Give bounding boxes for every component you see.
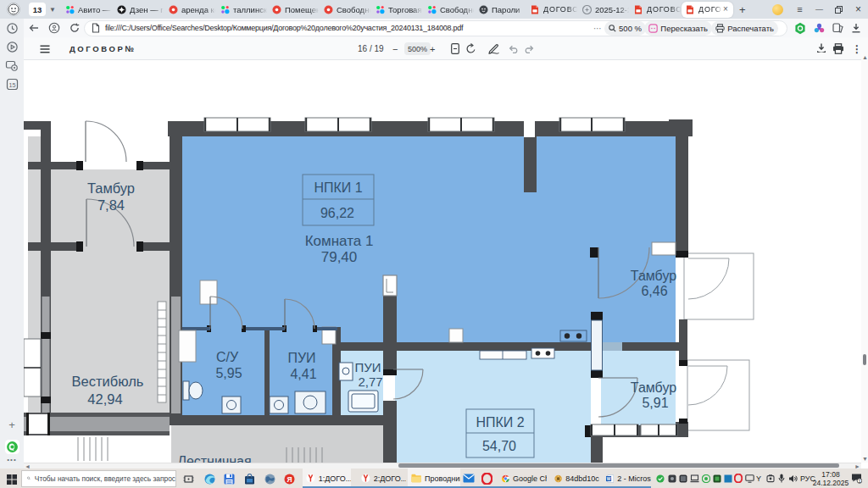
horizontal-scrollbar-thumb[interactable] bbox=[398, 463, 839, 468]
pdf-sidebar-toggle[interactable] bbox=[40, 37, 50, 60]
yandex-browser-icon[interactable]: Я bbox=[284, 474, 295, 485]
browser-tab-6[interactable]: Торговая п bbox=[371, 0, 423, 19]
tab-favicon-dzen-icon bbox=[117, 5, 126, 14]
reload-button[interactable] bbox=[68, 23, 81, 33]
tray-icon-display[interactable] bbox=[745, 474, 754, 483]
scroll-down-arrow[interactable]: ▼ bbox=[862, 456, 868, 462]
pdf-draw-button[interactable] bbox=[488, 37, 499, 60]
tray-icon-green1[interactable] bbox=[656, 474, 665, 483]
vertical-scrollbar[interactable] bbox=[861, 53, 868, 463]
video-player-icon[interactable] bbox=[0, 38, 24, 55]
browser-tab-0[interactable]: Авито — О bbox=[61, 0, 113, 19]
screenshot-tool-icon[interactable] bbox=[0, 57, 24, 74]
browser-tab-4[interactable]: Помещени bbox=[268, 0, 320, 19]
print-button[interactable]: Распечатать bbox=[711, 21, 778, 36]
pdf-zoom-value[interactable]: 500% bbox=[404, 42, 431, 55]
taskbar-search-box[interactable]: Чтобы начать поиск, введите здесь запрос bbox=[21, 470, 176, 487]
vertical-scrollbar-thumb[interactable] bbox=[863, 354, 866, 365]
svg-text:15: 15 bbox=[8, 80, 15, 88]
window-restore-button[interactable] bbox=[829, 0, 849, 19]
browser-tab-10[interactable]: 2025-12-24 bbox=[578, 0, 630, 19]
sidebar-more-button[interactable]: ••• bbox=[0, 456, 24, 463]
browser-tab-1[interactable]: Дзен — гла bbox=[113, 0, 164, 19]
yandex-y-icon bbox=[306, 474, 315, 483]
browser-tab-9[interactable]: ДОГОВО bbox=[526, 0, 578, 19]
tab-title: ДОГОВО bbox=[543, 5, 578, 14]
magnifier-icon bbox=[609, 25, 616, 32]
pdf-page-indicator[interactable]: 16 / 19 bbox=[358, 37, 384, 60]
profile-avatar[interactable] bbox=[7, 3, 20, 16]
tab-favicon-pdf-icon bbox=[531, 5, 540, 14]
tray-icon-dark2[interactable] bbox=[679, 474, 687, 483]
tab-favicon-pdf-icon bbox=[686, 5, 695, 14]
pdf-print-button[interactable] bbox=[832, 37, 844, 60]
chevron-down-icon[interactable]: ▼ bbox=[47, 3, 58, 16]
tray-icon-microphone[interactable] bbox=[778, 474, 785, 483]
opera-icon[interactable] bbox=[481, 473, 492, 485]
pdf-download-button[interactable] bbox=[816, 37, 826, 60]
browser-tab-3[interactable]: таллински bbox=[216, 0, 268, 19]
pdf-undo-button[interactable] bbox=[509, 37, 519, 60]
tray-icon-blue-square[interactable] bbox=[724, 474, 732, 483]
browser-tab-active[interactable]: ДОГО× bbox=[682, 2, 733, 18]
room-label-tambur3-area: 5,91 bbox=[642, 396, 668, 410]
sidebar-add-panel-button[interactable]: + bbox=[0, 419, 24, 431]
back-button[interactable] bbox=[27, 24, 41, 32]
pdf-fit-page-button[interactable] bbox=[451, 37, 459, 60]
url-overflow-dots[interactable]: ⋯ bbox=[593, 24, 602, 33]
history-icon[interactable] bbox=[0, 19, 24, 36]
start-button[interactable] bbox=[7, 474, 17, 485]
room-label-tambur1-area: 7,84 bbox=[97, 197, 125, 213]
notification-center-icon[interactable]: 1 bbox=[851, 473, 862, 484]
task-view-button[interactable] bbox=[183, 474, 194, 484]
protect-shield-icon[interactable] bbox=[794, 22, 806, 35]
plus-points-icon[interactable] bbox=[772, 4, 783, 15]
tray-icon-opera[interactable] bbox=[734, 474, 743, 483]
retell-button[interactable]: Пересказать bbox=[644, 21, 712, 36]
scroll-up-arrow[interactable]: ▲ bbox=[862, 54, 868, 60]
tray-date[interactable]: 24.12.2025 bbox=[812, 479, 849, 487]
gpt-sparkle-icon bbox=[648, 24, 658, 33]
tray-icon-darkgreen[interactable] bbox=[713, 474, 721, 483]
mail-icon[interactable] bbox=[463, 474, 475, 483]
tab-favicon-red-dot-icon bbox=[272, 5, 281, 14]
pdf-redo-button[interactable] bbox=[524, 37, 534, 60]
calendar-icon[interactable]: 15 bbox=[0, 75, 24, 92]
tray-icon-y[interactable]: Y bbox=[756, 474, 761, 483]
browser-tab-2[interactable]: аренда ко bbox=[164, 0, 216, 19]
window-close-button[interactable]: × bbox=[849, 0, 868, 19]
tab-close-icon[interactable]: × bbox=[723, 5, 728, 14]
pdf-zoom-in-button[interactable]: + bbox=[430, 37, 435, 60]
pdf-document-title: ДОГОВОР№ bbox=[70, 44, 136, 53]
tray-icon-dark1[interactable] bbox=[668, 474, 676, 483]
profile-id-button[interactable] bbox=[47, 22, 61, 34]
tray-time[interactable]: 17:08 bbox=[815, 470, 846, 479]
pdf-rotate-button[interactable] bbox=[465, 37, 476, 60]
extension-flower-icon[interactable] bbox=[814, 23, 825, 34]
browser-tab-5[interactable]: Свободно bbox=[320, 0, 371, 19]
pdf-zoom-out-button[interactable]: − bbox=[392, 37, 398, 60]
store-bag-icon[interactable] bbox=[244, 474, 255, 485]
tab-count-badge[interactable]: 13 bbox=[29, 3, 46, 16]
browser-tab-7[interactable]: Свободно bbox=[423, 0, 475, 19]
browser-menu-button[interactable]: ≡ bbox=[790, 0, 810, 19]
browser-tab-11[interactable]: ДОГОВО bbox=[630, 0, 682, 19]
edge-icon[interactable] bbox=[204, 474, 215, 485]
page-zoom-pill[interactable]: 500 % bbox=[604, 21, 646, 36]
browser-tab-8[interactable]: Пароли bbox=[475, 0, 526, 19]
window-minimize-button[interactable]: — bbox=[810, 0, 829, 19]
svg-text:1: 1 bbox=[858, 479, 860, 484]
whatsapp-icon[interactable] bbox=[0, 438, 24, 455]
tab-title: Помещени bbox=[285, 5, 320, 14]
tray-icon-green2[interactable] bbox=[702, 474, 710, 483]
room-label-komnata1-area: 79,40 bbox=[321, 249, 358, 265]
tray-icon-speaker[interactable] bbox=[788, 474, 798, 483]
new-tab-button[interactable]: + bbox=[739, 3, 746, 16]
floppy-app-icon[interactable] bbox=[224, 474, 235, 485]
tray-icon-laptop[interactable] bbox=[690, 474, 699, 483]
collections-icon[interactable] bbox=[832, 23, 843, 33]
downloads-icon[interactable] bbox=[851, 23, 861, 33]
tray-icon-clock-app[interactable] bbox=[766, 474, 775, 483]
globe-icon[interactable] bbox=[264, 474, 275, 485]
url-field[interactable]: file:///C:/Users/Office/Searches/Desktop… bbox=[84, 20, 787, 36]
